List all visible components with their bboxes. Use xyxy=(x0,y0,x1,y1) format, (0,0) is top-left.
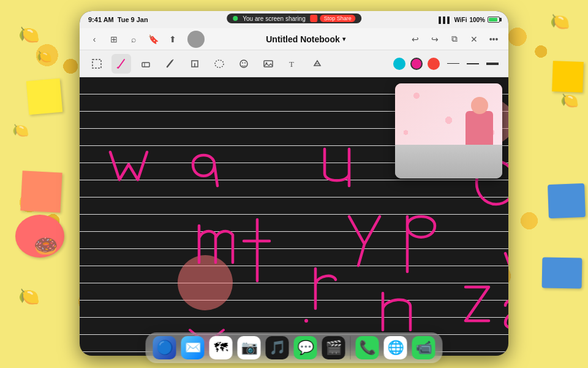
status-time: 9:41 AM Tue 9 Jan xyxy=(88,16,148,23)
search-button[interactable]: ⌕ xyxy=(125,31,142,48)
stop-share-button[interactable]: Stop Share xyxy=(320,15,355,22)
svg-line-5 xyxy=(167,61,172,67)
desktop-decoration: 🍋 xyxy=(560,92,579,109)
line-thick[interactable] xyxy=(484,58,501,70)
video-main-feed xyxy=(395,83,502,145)
signal-bars: ▌▌▌ xyxy=(439,17,451,23)
notebook-canvas[interactable]: .letter { fill: none; stroke: #e91e8c; s… xyxy=(80,77,508,356)
line-weight-options xyxy=(445,58,501,70)
dock-app-facetime[interactable]: 📹 xyxy=(412,336,435,359)
eraser-tool[interactable] xyxy=(136,54,156,74)
toolbar-nav: ‹ ⊞ ⌕ 🔖 ⬆ xyxy=(86,31,181,48)
dock-app-mail[interactable]: ✉️ xyxy=(181,336,205,359)
main-toolbar: ‹ ⊞ ⌕ 🔖 ⬆ Untitled Notebook ▾ ↩ ↪ ⧉ ✕ ••… xyxy=(80,28,508,50)
drawing-toolbar: T xyxy=(80,50,508,77)
dock-app-photos[interactable]: 📷 xyxy=(238,336,261,359)
desktop-decoration: 🍋 xyxy=(18,25,40,45)
desktop-folder xyxy=(548,183,586,218)
screen-share-banner: You are screen sharing Stop Share xyxy=(227,13,361,23)
person-head xyxy=(471,97,488,114)
color-cyan[interactable] xyxy=(393,58,405,70)
dock-app-phone[interactable]: 📞 xyxy=(356,336,379,359)
sticky-note xyxy=(20,171,62,212)
desktop-folder xyxy=(552,61,584,93)
color-red[interactable] xyxy=(428,58,440,70)
date-display: Tue 9 Jan xyxy=(118,16,148,23)
desktop-decoration: 🍋 xyxy=(18,286,40,307)
grid-view-button[interactable]: ⊞ xyxy=(105,31,123,48)
highlighter-tool[interactable] xyxy=(307,54,327,74)
dock-app-music[interactable]: 🎵 xyxy=(266,336,289,359)
color-pink[interactable] xyxy=(410,58,423,70)
dock-app-maps[interactable]: 🗺 xyxy=(209,336,233,359)
svg-point-17 xyxy=(304,319,308,323)
line-thin[interactable] xyxy=(445,58,462,70)
fill-tool[interactable] xyxy=(185,54,205,74)
svg-rect-12 xyxy=(264,61,273,67)
screen-share-label: You are screen sharing xyxy=(243,15,305,22)
svg-point-10 xyxy=(242,62,243,63)
battery-display: 100% xyxy=(469,17,485,23)
select-tool[interactable] xyxy=(87,54,107,74)
svg-point-8 xyxy=(215,60,224,67)
video-secondary-feed: 🙂 xyxy=(395,145,502,178)
redo-button[interactable]: ↪ xyxy=(426,31,443,48)
svg-rect-3 xyxy=(142,63,149,67)
profile-avatar[interactable] xyxy=(187,31,205,48)
wifi-icon: WiFi xyxy=(454,17,467,23)
desktop-decoration: 🍋 xyxy=(12,123,29,139)
desktop-decoration: 🍋 xyxy=(550,12,570,31)
dock-app-finder[interactable]: 🔵 xyxy=(153,336,176,359)
close-button[interactable]: ✕ xyxy=(466,31,483,48)
person-body xyxy=(466,111,493,145)
svg-line-6 xyxy=(172,59,173,61)
toolbar-actions: ↩ ↪ ⧉ ✕ ••• xyxy=(407,31,502,48)
dock-app-tv[interactable]: 🎬 xyxy=(322,336,345,359)
screen-share-indicator xyxy=(233,16,238,21)
desktop-item: 🍩 xyxy=(34,234,58,258)
bookmark-button[interactable]: 🔖 xyxy=(145,31,162,48)
person-in-video xyxy=(466,97,493,145)
shape-tool[interactable] xyxy=(234,54,254,74)
more-button[interactable]: ••• xyxy=(485,31,502,48)
undo-button[interactable]: ↩ xyxy=(407,31,424,48)
notebook-title: Untitled Notebook ▾ xyxy=(208,34,403,44)
text-tool[interactable]: T xyxy=(283,54,303,74)
lasso-tool[interactable] xyxy=(209,54,229,74)
dock-app-messages[interactable]: 💬 xyxy=(294,336,317,359)
dock-divider xyxy=(350,336,351,359)
ipad-content: ‹ ⊞ ⌕ 🔖 ⬆ Untitled Notebook ▾ ↩ ↪ ⧉ ✕ ••… xyxy=(80,28,508,356)
video-overlay: 🙂 xyxy=(395,83,502,178)
screen-share-icon xyxy=(311,15,318,22)
title-chevron: ▾ xyxy=(342,36,345,42)
status-indicators: ▌▌▌ WiFi 100% xyxy=(439,17,500,23)
ipad-frame: You are screen sharing Stop Share 9:41 A… xyxy=(80,11,508,356)
pen-tool[interactable] xyxy=(111,54,131,74)
window-button[interactable]: ⧉ xyxy=(446,31,463,48)
image-tool[interactable] xyxy=(258,54,278,74)
marker-tool[interactable] xyxy=(160,54,180,74)
back-button[interactable]: ‹ xyxy=(86,31,103,48)
desktop-folder xyxy=(542,257,582,288)
svg-rect-0 xyxy=(92,59,101,68)
svg-point-11 xyxy=(244,62,246,63)
time-display: 9:41 AM xyxy=(88,16,114,23)
line-medium[interactable] xyxy=(464,58,481,70)
share-button[interactable]: ⬆ xyxy=(164,31,181,48)
sticky-note xyxy=(26,79,63,115)
svg-line-1 xyxy=(118,59,124,68)
dock: 🔵 ✉️ 🗺 📷 🎵 💬 🎬 📞 🌐 📹 xyxy=(146,332,443,363)
desktop-decoration: 🍋 xyxy=(37,49,52,64)
title-text: Untitled Notebook xyxy=(266,34,340,44)
svg-text:T: T xyxy=(289,59,294,69)
video-secondary-bg xyxy=(395,145,502,178)
dock-app-safari[interactable]: 🌐 xyxy=(384,336,407,359)
